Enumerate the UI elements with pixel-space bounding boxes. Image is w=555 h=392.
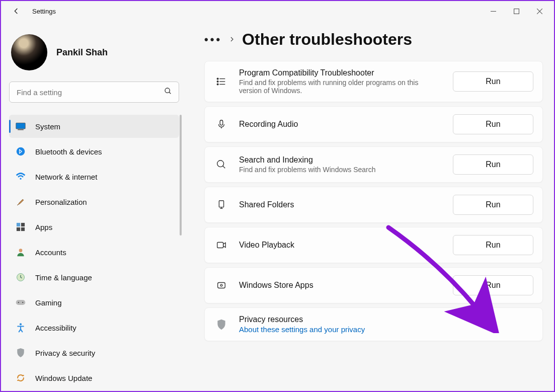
sidebar-item-label: Gaming	[35, 298, 62, 307]
sidebar-item-label: Privacy & security	[35, 349, 95, 357]
troubleshooter-video-playback: Video Playback Run	[204, 227, 543, 263]
window-controls	[482, 3, 551, 19]
svg-rect-29	[218, 283, 225, 288]
svg-point-20	[217, 81, 218, 83]
svg-point-7	[20, 178, 21, 180]
svg-rect-24	[220, 120, 223, 125]
svg-point-17	[20, 323, 22, 325]
sidebar-item-personalization[interactable]: Personalization	[9, 190, 179, 213]
sidebar-item-accounts[interactable]: Accounts	[9, 241, 179, 264]
accessibility-icon	[15, 323, 26, 333]
sidebar-item-accessibility[interactable]: Accessibility	[9, 316, 179, 339]
svg-rect-4	[16, 123, 25, 129]
shield-icon	[15, 348, 26, 358]
run-button[interactable]: Run	[453, 154, 533, 175]
avatar	[11, 34, 47, 70]
back-button[interactable]	[9, 4, 23, 18]
bluetooth-icon	[15, 146, 26, 156]
sidebar-item-label: Bluetooth & devices	[35, 147, 102, 156]
svg-rect-27	[219, 201, 223, 207]
svg-point-18	[217, 78, 218, 80]
breadcrumb-overflow[interactable]: •••	[204, 33, 222, 46]
svg-line-26	[223, 166, 225, 169]
troubleshooter-windows-store-apps: Windows Store Apps Run	[204, 267, 543, 303]
apps-icon	[15, 222, 26, 231]
run-button[interactable]: Run	[453, 114, 533, 134]
troubleshooter-recording-audio: Recording Audio Run	[204, 106, 543, 142]
svg-rect-9	[21, 223, 25, 226]
svg-rect-11	[21, 227, 25, 231]
page-header: ••• Other troubleshooters	[204, 30, 543, 49]
search-input[interactable]	[9, 82, 179, 103]
body: Pankil Shah System Bluetooth & devices	[1, 21, 554, 391]
titlebar: Settings	[1, 1, 554, 21]
svg-rect-28	[217, 243, 223, 248]
run-button[interactable]: Run	[453, 71, 533, 92]
troubleshooter-program-compatibility: Program Compatibility Troubleshooter Fin…	[204, 61, 543, 102]
sidebar-item-windows-update[interactable]: Windows Update	[9, 366, 179, 389]
page-title: Other troubleshooters	[242, 30, 412, 49]
gaming-icon	[15, 298, 26, 306]
sidebar-item-label: Accounts	[35, 248, 66, 257]
troubleshooter-title: Windows Store Apps	[239, 281, 443, 290]
svg-point-22	[217, 84, 218, 85]
svg-point-6	[17, 147, 25, 156]
svg-point-25	[217, 161, 224, 167]
accounts-icon	[15, 247, 26, 257]
chevron-right-icon	[229, 35, 235, 44]
nav: System Bluetooth & devices Network & int…	[9, 115, 179, 389]
run-button[interactable]: Run	[453, 195, 533, 215]
profile-name: Pankil Shah	[56, 47, 108, 58]
search-icon	[214, 159, 229, 170]
folder-share-icon	[214, 199, 229, 210]
sidebar-item-apps[interactable]: Apps	[9, 215, 179, 239]
sidebar-item-bluetooth[interactable]: Bluetooth & devices	[9, 140, 179, 163]
troubleshooter-title: Video Playback	[239, 241, 443, 250]
run-button[interactable]: Run	[453, 235, 533, 255]
svg-rect-10	[17, 227, 20, 231]
troubleshooter-title: Recording Audio	[239, 120, 443, 129]
svg-point-2	[165, 88, 170, 93]
close-button[interactable]	[528, 3, 551, 19]
brush-icon	[15, 197, 26, 207]
sidebar-item-system[interactable]: System	[9, 115, 179, 138]
sidebar-item-privacy[interactable]: Privacy & security	[9, 341, 179, 364]
run-button[interactable]: Run	[453, 275, 533, 295]
sidebar-item-label: Network & internet	[35, 173, 97, 181]
window-title: Settings	[32, 8, 56, 15]
troubleshooter-title: Search and Indexing	[239, 155, 443, 165]
list-icon	[214, 76, 229, 87]
troubleshooter-shared-folders: Shared Folders Run	[204, 187, 543, 223]
wifi-icon	[15, 173, 26, 181]
sidebar-item-label: System	[35, 122, 60, 131]
mic-icon	[214, 119, 229, 130]
svg-rect-8	[17, 223, 20, 226]
sidebar-item-time-language[interactable]: Time & language	[9, 266, 179, 289]
sidebar-item-label: Time & language	[35, 273, 92, 282]
sidebar-item-network[interactable]: Network & internet	[9, 165, 179, 188]
minimize-button[interactable]	[482, 3, 505, 19]
profile-block[interactable]: Pankil Shah	[9, 30, 179, 82]
shield-icon	[214, 319, 229, 330]
maximize-button[interactable]	[505, 3, 528, 19]
sidebar-item-label: Windows Update	[35, 374, 92, 382]
sidebar-item-label: Accessibility	[35, 324, 76, 332]
svg-rect-1	[514, 9, 519, 14]
svg-rect-14	[16, 300, 26, 305]
svg-point-12	[19, 249, 23, 252]
sidebar-item-gaming[interactable]: Gaming	[9, 291, 179, 314]
search-icon	[164, 87, 172, 97]
search-wrap	[9, 82, 179, 103]
troubleshooter-title: Program Compatibility Troubleshooter	[239, 68, 443, 77]
privacy-title: Privacy resources	[239, 315, 533, 324]
troubleshooter-subtitle: Find and fix problems with Windows Searc…	[239, 166, 443, 174]
privacy-resources-card: Privacy resources About these settings a…	[204, 307, 543, 341]
privacy-link[interactable]: About these settings and your privacy	[239, 325, 533, 334]
troubleshooter-search-indexing: Search and Indexing Find and fix problem…	[204, 146, 543, 183]
update-icon	[15, 373, 26, 383]
store-icon	[214, 280, 229, 291]
video-icon	[214, 240, 229, 251]
sidebar: Pankil Shah System Bluetooth & devices	[1, 21, 187, 391]
svg-point-15	[18, 302, 19, 303]
troubleshooter-subtitle: Find and fix problems with running older…	[239, 79, 443, 95]
